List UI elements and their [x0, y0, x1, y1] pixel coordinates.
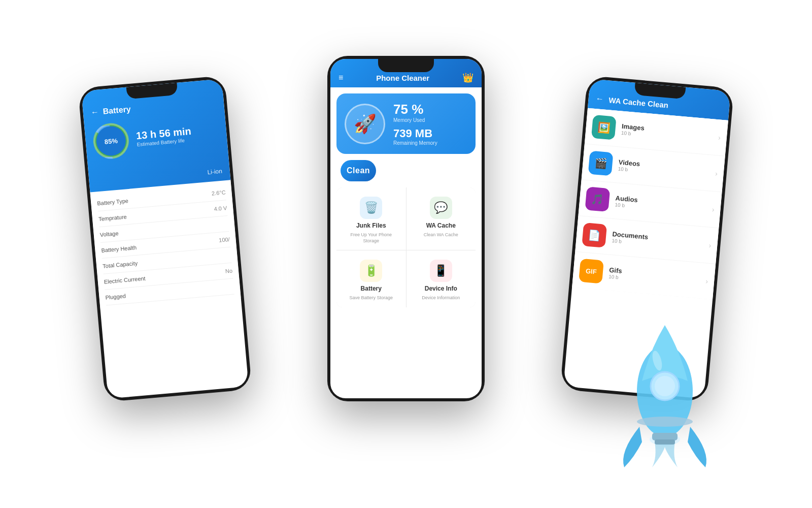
phone-cleaner: ≡ Phone Cleaner 👑 🚀 75 % Memory Used 739…: [327, 56, 485, 401]
wa-back-icon[interactable]: ←: [595, 94, 604, 104]
battery-title: Battery: [103, 105, 131, 116]
stat-label-1: Temprature: [98, 213, 127, 222]
back-icon[interactable]: ←: [90, 107, 99, 117]
wa-list: 🖼️ Images 10 b › 🎬 Videos 10 b ›: [572, 108, 728, 300]
memory-stats: 75 % Memory Used 739 MB Remaining Memory: [393, 102, 467, 146]
junk-icon: 🗑️: [360, 197, 382, 219]
stat-label-0: Battery Type: [97, 198, 128, 206]
cleaner-grid: 🗑️ Junk Files Free Up Your Phone Storage…: [336, 187, 476, 307]
audios-chevron: ›: [712, 205, 715, 213]
memory-percent-label: Memory Used: [393, 117, 467, 123]
menu-icon[interactable]: ≡: [339, 73, 343, 82]
wa-icon: 💬: [430, 197, 452, 219]
battery-title-bar: ← Battery: [90, 97, 217, 117]
documents-chevron: ›: [708, 241, 712, 249]
stat-value-3: 100/: [219, 236, 230, 243]
phone-cleaner-screen: ≡ Phone Cleaner 👑 🚀 75 % Memory Used 739…: [330, 59, 482, 398]
stat-value-0: 2.6°C: [211, 189, 226, 196]
junk-title: Junk Files: [356, 222, 386, 229]
battery-grid-icon: 🔋: [360, 260, 382, 282]
svg-rect-6: [652, 433, 678, 440]
battery-time: 13 h 56 min Estimated Battery life: [136, 125, 192, 147]
grid-item-junk[interactable]: 🗑️ Junk Files Free Up Your Phone Storage: [336, 187, 406, 250]
documents-icon: 📄: [582, 223, 607, 248]
svg-rect-7: [655, 439, 675, 444]
memory-mb: 739 MB: [393, 127, 467, 140]
stat-label-5: Electric Curreent: [104, 275, 146, 285]
videos-chevron: ›: [715, 169, 718, 177]
wa-subtitle: Clean WA Cache: [424, 232, 458, 238]
svg-point-2: [655, 376, 675, 396]
battery-grid-title: Battery: [361, 285, 382, 292]
rocket-emoji: 🚀: [354, 113, 377, 135]
images-chevron: ›: [718, 133, 721, 141]
memory-card: 🚀 75 % Memory Used 739 MB Remaining Memo…: [336, 93, 476, 154]
stat-label-4: Total Capacity: [103, 260, 138, 269]
audios-text: Audios 10 b: [615, 194, 706, 215]
videos-text: Videos 10 b: [618, 158, 709, 180]
phone-battery-screen: ← Battery 85% 13 h 56 min Estimated Batt…: [81, 79, 249, 399]
device-title: Device Info: [425, 285, 457, 292]
stat-value-5: No: [225, 268, 232, 274]
grid-item-device[interactable]: 📱 Device Info Device Information: [407, 250, 476, 307]
battery-circle: 85%: [92, 122, 130, 161]
svg-point-3: [637, 417, 693, 427]
images-text: Images 10 b: [621, 122, 713, 144]
stat-value-1: 4.0 V: [214, 205, 227, 212]
wa-header-title: WA Cache Clean: [608, 96, 669, 109]
stat-label-6: Plugged: [105, 293, 126, 300]
rocket-decoration: [594, 310, 736, 472]
clean-button[interactable]: Clean: [341, 160, 376, 181]
gifs-text: Gifs 10 b: [608, 266, 700, 288]
cleaner-title: Phone Cleaner: [376, 74, 429, 82]
stat-label-3: Battery Health: [101, 244, 137, 253]
memory-percent: 75 %: [393, 102, 467, 117]
wa-title: WA Cache: [426, 222, 456, 229]
gifs-chevron: ›: [705, 277, 708, 285]
audios-icon: 🎵: [585, 186, 610, 212]
battery-stats-list: Battery Type 2.6°C Temprature 4.0 V Volt…: [90, 180, 241, 310]
memory-remaining-label: Remaining Memory: [393, 140, 467, 146]
stat-label-2: Voltage: [99, 230, 119, 238]
videos-icon: 🎬: [588, 151, 614, 176]
battery-percentage: 85%: [95, 125, 127, 157]
phone-battery: ← Battery 85% 13 h 56 min Estimated Batt…: [78, 76, 252, 402]
device-subtitle: Device Information: [422, 295, 460, 301]
documents-text: Documents 10 b: [612, 230, 703, 251]
notch-center: [378, 59, 434, 72]
scene: ← Battery 85% 13 h 56 min Estimated Batt…: [51, 25, 761, 483]
battery-type-label: Li-ion: [207, 168, 222, 176]
grid-item-wa[interactable]: 💬 WA Cache Clean WA Cache: [407, 187, 476, 250]
junk-subtitle: Free Up Your Phone Storage: [343, 232, 400, 244]
rocket-svg: [594, 310, 736, 472]
rocket-icon-circle: 🚀: [345, 104, 385, 144]
images-icon: 🖼️: [591, 115, 617, 140]
battery-grid-subtitle: Save Battery Storage: [349, 295, 393, 301]
crown-icon[interactable]: 👑: [462, 72, 473, 83]
device-icon: 📱: [430, 260, 452, 282]
gifs-icon: GIF: [579, 259, 604, 284]
grid-item-battery[interactable]: 🔋 Battery Save Battery Storage: [336, 250, 406, 307]
battery-circle-area: 85% 13 h 56 min Estimated Battery life: [92, 114, 220, 160]
